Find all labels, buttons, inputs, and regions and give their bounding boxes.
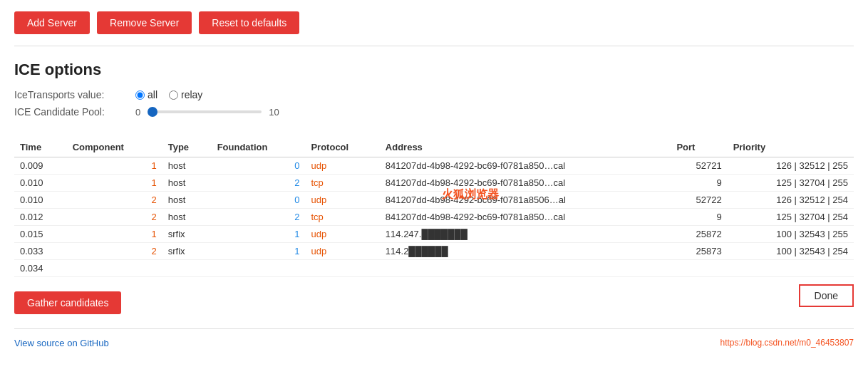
transport-radio-group: all relay bbox=[135, 89, 202, 100]
gather-candidates-button[interactable]: Gather candidates bbox=[14, 291, 121, 314]
candidates-table-section: Time Component Type Foundation Protocol … bbox=[0, 130, 868, 284]
cell-protocol: tcp bbox=[305, 175, 379, 192]
cell-port bbox=[671, 260, 727, 277]
cell-component: 1 bbox=[67, 157, 162, 175]
cell-priority: 126 | 32512 | 254 bbox=[728, 192, 854, 209]
cell-protocol: udp bbox=[305, 157, 379, 175]
col-header-time: Time bbox=[14, 138, 67, 157]
cell-port: 52722 bbox=[671, 192, 727, 209]
cell-priority: 100 | 32543 | 255 bbox=[728, 226, 854, 243]
pool-slider[interactable] bbox=[148, 110, 262, 113]
table-header-row: Time Component Type Foundation Protocol … bbox=[14, 138, 854, 157]
cell-priority bbox=[728, 260, 854, 277]
cell-type: host bbox=[162, 157, 212, 175]
cell-protocol bbox=[305, 260, 379, 277]
cell-address: 114.247.███████ bbox=[380, 226, 671, 243]
github-link[interactable]: View source on GitHub bbox=[14, 338, 109, 348]
cell-priority: 125 | 32704 | 255 bbox=[728, 175, 854, 192]
cell-type: host bbox=[162, 192, 212, 209]
cell-protocol: udp bbox=[305, 243, 379, 260]
watermark: 火狐浏览器 bbox=[442, 187, 499, 202]
slider-container: 0 10 bbox=[135, 107, 279, 118]
ice-pool-label: ICE Candidate Pool: bbox=[14, 106, 135, 118]
cell-time: 0.012 bbox=[14, 209, 67, 226]
cell-component: 1 bbox=[67, 226, 162, 243]
transport-all-label: all bbox=[148, 89, 157, 100]
cell-address: 841207dd-4b98-4292-bc69-f0781a850…cal bbox=[380, 209, 671, 226]
cell-priority: 125 | 32704 | 254 bbox=[728, 209, 854, 226]
col-header-type: Type bbox=[162, 138, 212, 157]
cell-time: 0.033 bbox=[14, 243, 67, 260]
ice-options-title: ICE options bbox=[14, 61, 854, 79]
footer: View source on GitHub https://blog.csdn.… bbox=[0, 329, 868, 357]
cell-address bbox=[380, 260, 671, 277]
candidates-table: Time Component Type Foundation Protocol … bbox=[14, 138, 854, 277]
cell-component bbox=[67, 260, 162, 277]
cell-time: 0.034 bbox=[14, 260, 67, 277]
ice-transports-row: IceTransports value: all relay bbox=[14, 89, 854, 100]
ice-pool-row: ICE Candidate Pool: 0 10 bbox=[14, 106, 854, 118]
cell-type: srfix bbox=[162, 243, 212, 260]
cell-foundation: 0 bbox=[212, 157, 306, 175]
cell-foundation: 1 bbox=[212, 226, 306, 243]
remove-server-button[interactable]: Remove Server bbox=[97, 11, 192, 34]
transport-relay-label: relay bbox=[181, 89, 202, 100]
col-header-foundation: Foundation bbox=[212, 138, 306, 157]
col-header-protocol: Protocol bbox=[305, 138, 379, 157]
table-row: 0.012 2 host 2 tcp 841207dd-4b98-4292-bc… bbox=[14, 209, 854, 226]
col-header-priority: Priority bbox=[728, 138, 854, 157]
cell-foundation: 1 bbox=[212, 243, 306, 260]
top-bar: Add Server Remove Server Reset to defaul… bbox=[0, 0, 868, 46]
cell-type: host bbox=[162, 209, 212, 226]
cell-component: 2 bbox=[67, 209, 162, 226]
cell-priority: 100 | 32543 | 254 bbox=[728, 243, 854, 260]
reset-defaults-button[interactable]: Reset to defaults bbox=[199, 11, 299, 34]
cell-type bbox=[162, 260, 212, 277]
col-header-port: Port bbox=[671, 138, 727, 157]
cell-foundation bbox=[212, 260, 306, 277]
cell-port: 52721 bbox=[671, 157, 727, 175]
col-header-component: Component bbox=[67, 138, 162, 157]
cell-address: 841207dd-4b98-4292-bc69-f0781a850…cal bbox=[380, 175, 671, 192]
done-box: Done bbox=[799, 284, 854, 307]
cell-port: 25872 bbox=[671, 226, 727, 243]
table-row: 0.010 1 host 2 tcp 841207dd-4b98-4292-bc… bbox=[14, 175, 854, 192]
transport-all-option[interactable]: all bbox=[135, 89, 157, 100]
ice-options-section: ICE options IceTransports value: all rel… bbox=[0, 46, 868, 130]
cell-component: 2 bbox=[67, 243, 162, 260]
cell-protocol: udp bbox=[305, 192, 379, 209]
gather-section: Gather candidates bbox=[0, 284, 868, 328]
cell-priority: 126 | 32512 | 255 bbox=[728, 157, 854, 175]
cell-foundation: 0 bbox=[212, 192, 306, 209]
cell-port: 9 bbox=[671, 209, 727, 226]
cell-foundation: 2 bbox=[212, 175, 306, 192]
cell-address: 114.2██████ bbox=[380, 243, 671, 260]
cell-type: srfix bbox=[162, 226, 212, 243]
cell-component: 1 bbox=[67, 175, 162, 192]
pool-min-value: 0 bbox=[135, 107, 140, 118]
table-row: 0.010 2 host 0 udp 841207dd-4b98-4292-bc… bbox=[14, 192, 854, 209]
cell-protocol: udp bbox=[305, 226, 379, 243]
cell-time: 0.009 bbox=[14, 157, 67, 175]
cell-protocol: tcp bbox=[305, 209, 379, 226]
table-row: 0.009 1 host 0 udp 841207dd-4b98-4292-bc… bbox=[14, 157, 854, 175]
cell-foundation: 2 bbox=[212, 209, 306, 226]
ice-transports-label: IceTransports value: bbox=[14, 89, 135, 100]
cell-address: 841207dd-4b98-4292-bc69-f0781a8506…al bbox=[380, 192, 671, 209]
cell-port: 9 bbox=[671, 175, 727, 192]
blog-link: https://blog.csdn.net/m0_46453807 bbox=[720, 338, 854, 348]
table-row: 0.034 bbox=[14, 260, 854, 277]
transport-relay-radio[interactable] bbox=[169, 90, 178, 100]
cell-port: 25873 bbox=[671, 243, 727, 260]
transport-all-radio[interactable] bbox=[135, 90, 145, 100]
col-header-address: Address bbox=[380, 138, 671, 157]
cell-time: 0.010 bbox=[14, 175, 67, 192]
transport-relay-option[interactable]: relay bbox=[169, 89, 202, 100]
table-row: 0.033 2 srfix 1 udp 114.2██████ 25873 10… bbox=[14, 243, 854, 260]
cell-type: host bbox=[162, 175, 212, 192]
add-server-button[interactable]: Add Server bbox=[14, 11, 90, 34]
cell-component: 2 bbox=[67, 192, 162, 209]
table-row: 0.015 1 srfix 1 udp 114.247.███████ 2587… bbox=[14, 226, 854, 243]
cell-time: 0.010 bbox=[14, 192, 67, 209]
cell-time: 0.015 bbox=[14, 226, 67, 243]
